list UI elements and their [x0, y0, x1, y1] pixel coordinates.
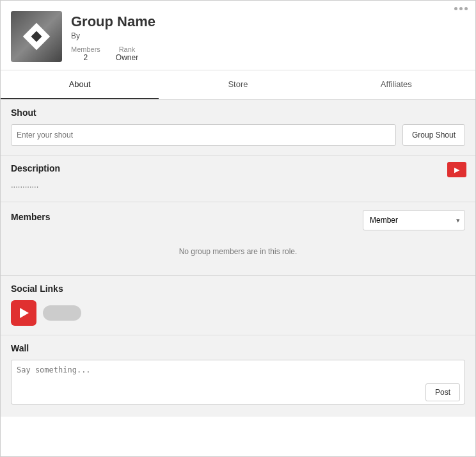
group-shout-button[interactable]: Group Shout: [402, 124, 465, 146]
group-name: Group Name: [71, 13, 155, 30]
description-section: Description ▶ ............: [1, 156, 475, 202]
stat-rank: Rank Owner: [116, 45, 138, 62]
group-logo: [11, 11, 62, 62]
wall-input-area: Post: [11, 360, 465, 406]
window-controls: [454, 7, 468, 10]
content-area: Shout Group Shout Description ▶ ........…: [1, 100, 475, 417]
shout-title: Shout: [11, 108, 465, 118]
wall-post-button[interactable]: Post: [425, 383, 460, 401]
wall-title: Wall: [11, 343, 465, 353]
tab-affiliates[interactable]: Affiliates: [317, 70, 475, 99]
description-text: ............: [11, 180, 465, 193]
members-header: Members Member Owner Admin Guest ▾: [11, 210, 465, 230]
group-header: Group Name By Members 2 Rank Owner: [1, 1, 475, 70]
social-icons-row: [11, 300, 465, 326]
shout-section: Shout Group Shout: [1, 100, 475, 155]
social-link-pill: [43, 305, 81, 321]
description-edit-button[interactable]: ▶: [447, 162, 466, 177]
stat-members: Members 2: [71, 45, 100, 62]
members-section: Members Member Owner Admin Guest ▾ No gr…: [1, 202, 475, 275]
header-stats: Members 2 Rank Owner: [71, 45, 155, 62]
shout-input[interactable]: [11, 124, 396, 146]
logo-diamond: [23, 23, 50, 50]
members-title: Members: [11, 212, 50, 222]
logo-inner: [31, 31, 42, 42]
rank-value: Owner: [116, 53, 138, 62]
dot-3: [464, 7, 468, 10]
dot-1: [454, 7, 457, 10]
wall-textarea[interactable]: [11, 360, 465, 405]
description-title: Description: [11, 163, 465, 173]
group-page-window: Group Name By Members 2 Rank Owner About…: [0, 0, 476, 457]
nav-tabs: About Store Affiliates: [1, 70, 475, 100]
members-value: 2: [84, 53, 88, 62]
header-by: By: [71, 31, 155, 40]
shout-row: Group Shout: [11, 124, 465, 146]
social-links-section: Social Links: [1, 276, 475, 335]
rank-label: Rank: [119, 45, 136, 53]
header-info: Group Name By Members 2 Rank Owner: [71, 11, 155, 62]
dot-2: [459, 7, 463, 10]
members-empty-message: No group members are in this role.: [11, 237, 465, 266]
tab-about[interactable]: About: [1, 70, 159, 99]
members-label: Members: [71, 45, 100, 53]
youtube-play-icon: [20, 308, 29, 318]
members-dropdown-wrapper: Member Owner Admin Guest ▾: [363, 210, 465, 230]
members-role-dropdown[interactable]: Member Owner Admin Guest: [363, 210, 465, 230]
social-links-title: Social Links: [11, 284, 465, 294]
youtube-social-button[interactable]: [11, 300, 36, 326]
wall-section: Wall Post: [1, 335, 475, 417]
tab-store[interactable]: Store: [159, 70, 317, 99]
youtube-icon-small: ▶: [454, 166, 459, 174]
